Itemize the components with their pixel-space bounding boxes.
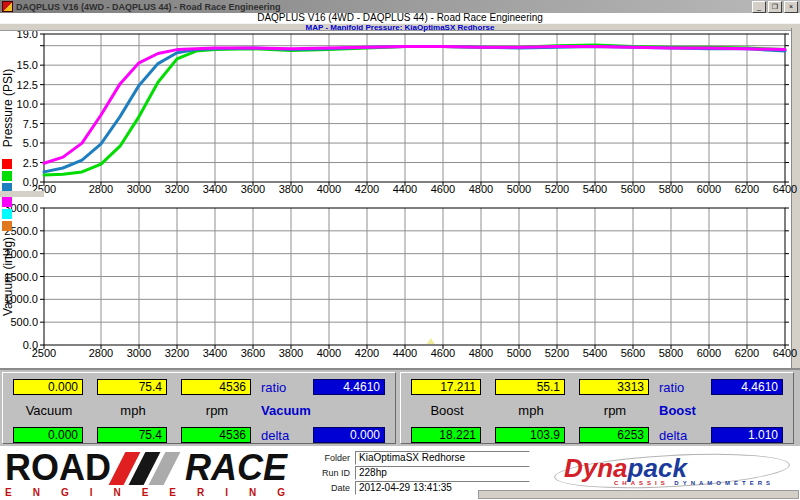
boost-delta-value: 1.010: [711, 427, 783, 443]
svg-text:500.0: 500.0: [10, 316, 38, 328]
mph-cursor2-value-right: 103.9: [495, 427, 565, 443]
svg-text:6200: 6200: [735, 183, 759, 195]
mph-cursor1-value: 75.4: [97, 379, 167, 395]
app-window: DAQPLUS V16 (4WD - DAQPLUS 44) - Road Ra…: [0, 0, 800, 500]
minimize-button[interactable]: _: [752, 1, 766, 13]
svg-text:4800: 4800: [469, 347, 493, 359]
svg-text:6000: 6000: [697, 347, 721, 359]
readout-panel-boost: 17.211 55.1 3313 Boost mph rpm 18.221 10…: [400, 372, 794, 444]
svg-text:3800: 3800: [279, 347, 303, 359]
svg-text:5.0: 5.0: [23, 137, 38, 149]
svg-text:5400: 5400: [583, 347, 607, 359]
dynapack-logo: Dynapack CHASSIS DYNAMOMETERS: [552, 452, 796, 492]
delta-label: delta: [261, 428, 289, 443]
readout-panel-vacuum: 0.000 75.4 4536 Vacuum mph rpm 0.000 75.…: [2, 372, 396, 444]
svg-text:2800: 2800: [89, 183, 113, 195]
vacuum-column-label: Vacuum: [13, 403, 85, 418]
svg-text:3200: 3200: [165, 183, 189, 195]
svg-text:6400: 6400: [773, 183, 797, 195]
run-id-label: Run ID: [306, 468, 355, 478]
boost-ratio-value: 4.4610: [711, 379, 783, 395]
rpm-cursor1-value: 4536: [181, 379, 251, 395]
svg-text:4200: 4200: [355, 347, 379, 359]
boost-group-label: Boost: [659, 403, 696, 418]
pressure-chart-pane: 2500280030003200340036003800400042004400…: [0, 31, 800, 196]
run-info-fields: Folder KiaOptimaSX Redhorse Run ID 228hp…: [306, 450, 530, 495]
svg-text:3200: 3200: [165, 347, 189, 359]
pane-splitter[interactable]: [0, 191, 44, 197]
road-race-logo: ROAD RACE ENGINEERING: [5, 450, 335, 496]
svg-text:3600: 3600: [241, 347, 265, 359]
vacuum-chart-pane: 2500280030003200340036003800400042004400…: [0, 196, 800, 368]
svg-text:4400: 4400: [393, 347, 417, 359]
dynapack-sub2: DYNAMOMETERS: [674, 480, 774, 486]
svg-text:6200: 6200: [735, 347, 759, 359]
svg-text:2800: 2800: [89, 347, 113, 359]
svg-text:3000: 3000: [127, 183, 151, 195]
dynapack-word2: pack: [628, 453, 687, 483]
vacuum-chart[interactable]: 2500280030003200340036003800400042004400…: [0, 196, 800, 368]
svg-text:0.0: 0.0: [23, 176, 38, 188]
ratio-label: ratio: [261, 380, 286, 395]
dynapack-word1: Dyna: [564, 453, 628, 483]
rpm-column-label-right: rpm: [579, 403, 651, 418]
boost-column-label: Boost: [411, 403, 483, 418]
road-race-word2: RACE: [185, 451, 287, 485]
svg-text:5400: 5400: [583, 183, 607, 195]
svg-text:12.5: 12.5: [17, 79, 38, 91]
svg-text:4000: 4000: [317, 183, 341, 195]
mph-cursor2-value: 75.4: [97, 427, 167, 443]
window-title: DAQPLUS V16 (4WD - DAQPLUS 44) - Road Ra…: [16, 2, 752, 12]
window-controls: _ ❐ ×: [752, 1, 798, 13]
svg-text:4200: 4200: [355, 183, 379, 195]
pressure-chart[interactable]: 2500280030003200340036003800400042004400…: [0, 31, 800, 196]
run-id-field[interactable]: 228hp: [355, 466, 530, 480]
date-label: Date: [306, 483, 355, 493]
svg-text:4600: 4600: [431, 183, 455, 195]
boost-cursor1-value: 17.211: [411, 379, 481, 395]
app-icon: [2, 1, 13, 12]
folder-label: Folder: [306, 453, 355, 463]
road-race-stripes-icon: [117, 452, 177, 485]
vacuum-delta-value: 0.000: [313, 427, 385, 443]
svg-text:2.5: 2.5: [23, 157, 38, 169]
restore-button[interactable]: ❐: [768, 1, 782, 13]
svg-text:4400: 4400: [393, 183, 417, 195]
svg-text:10.0: 10.0: [17, 98, 38, 110]
svg-text:5800: 5800: [659, 183, 683, 195]
rpm-cursor2-value: 4536: [181, 427, 251, 443]
ratio-label-right: ratio: [659, 380, 684, 395]
svg-text:6400: 6400: [773, 347, 797, 359]
svg-text:3600: 3600: [241, 183, 265, 195]
svg-text:6000: 6000: [697, 183, 721, 195]
svg-text:5200: 5200: [545, 183, 569, 195]
svg-text:7.5: 7.5: [23, 118, 38, 130]
svg-text:0.0: 0.0: [23, 339, 38, 351]
bottom-scrollbar[interactable]: [478, 490, 799, 499]
vacuum-group-label: Vacuum: [261, 403, 311, 418]
svg-text:3000: 3000: [127, 347, 151, 359]
mph-cursor1-value-right: 55.1: [495, 379, 565, 395]
delta-label-right: delta: [659, 428, 687, 443]
svg-text:15.0: 15.0: [17, 59, 38, 71]
rpm-column-label: rpm: [181, 403, 253, 418]
vacuum-cursor2-value: 0.000: [13, 427, 83, 443]
svg-text:5800: 5800: [659, 347, 683, 359]
svg-text:Vacuum (inHg): Vacuum (inHg): [1, 237, 15, 316]
close-button[interactable]: ×: [784, 1, 798, 13]
svg-text:4000: 4000: [317, 347, 341, 359]
rpm-cursor2-value-right: 6253: [579, 427, 649, 443]
readout-panel: 0.000 75.4 4536 Vacuum mph rpm 0.000 75.…: [0, 368, 800, 446]
road-race-word1: ROAD: [5, 451, 111, 485]
mph-column-label: mph: [97, 403, 169, 418]
svg-text:4800: 4800: [469, 183, 493, 195]
svg-text:5000: 5000: [507, 183, 531, 195]
rpm-cursor1-value-right: 3313: [579, 379, 649, 395]
svg-text:4600: 4600: [431, 347, 455, 359]
vacuum-cursor1-value: 0.000: [13, 379, 83, 395]
dynapack-sub1: CHASSIS: [614, 480, 669, 486]
svg-text:19.0: 19.0: [17, 31, 38, 40]
svg-text:5600: 5600: [621, 347, 645, 359]
page-title: DAQPLUS V16 (4WD - DAQPLUS 44) - Road Ra…: [0, 13, 800, 23]
folder-field[interactable]: KiaOptimaSX Redhorse: [355, 451, 530, 465]
